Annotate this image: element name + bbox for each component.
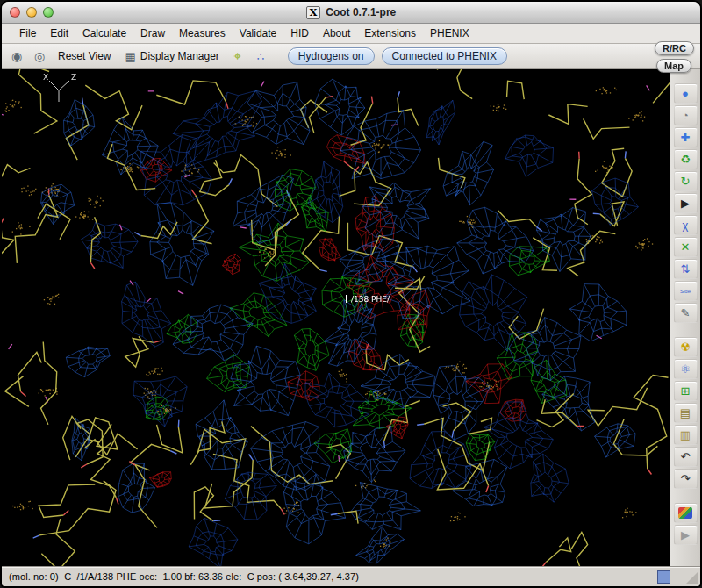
mutate-residue-icon[interactable]: ✎ [674,303,698,323]
main-area: ●◔✚♻↻▶χ✕⇅Side✎☢⚛⊞▤▥↶↷▶ [2,69,700,566]
redo-icon[interactable]: ↷ [674,469,698,489]
real-space-refine-icon[interactable]: ● [674,83,698,104]
menu-item-about[interactable]: About [316,25,357,41]
add-terminal-residue-icon: ⊞ [681,385,691,397]
add-terminal-residue-icon[interactable]: ⊞ [674,381,698,401]
delete-atom-icon[interactable]: ⚛ [674,359,698,379]
display-manager-icon: ▦ [125,50,135,63]
title-bar[interactable]: X Coot 0.7.1-pre [2,2,700,24]
window-inner: X Coot 0.7.1-pre File Edit Calculate Dra… [2,2,700,586]
rigid-body-fit-icon[interactable]: ✚ [674,127,698,147]
flip-peptide-icon[interactable]: ⇅ [674,259,698,279]
reset-view-button[interactable]: Reset View [54,48,114,64]
run-refmac-icon: ☢ [680,341,691,353]
real-space-refine-icon: ● [682,88,689,99]
torsion-general-icon: ✕ [681,241,691,253]
window-title: X Coot 0.7.1-pre [2,2,700,23]
delete-atom-icon: ⚛ [680,363,691,375]
menu-item-extensions[interactable]: Extensions [357,25,423,41]
rrc-button[interactable]: R/RC [655,41,694,55]
menu-item-calculate[interactable]: Calculate [75,25,133,41]
main-toolbar: ◉ ◎ Reset View ▦ Display Manager ⌖ ∴ Hyd… [2,44,700,69]
modelling-toolbar: ●◔✚♻↻▶χ✕⇅Side✎☢⚛⊞▤▥↶↷▶ [670,69,700,566]
place-atom-icon: ▤ [680,407,691,419]
toolbar-expand-icon[interactable]: ▶ [674,525,698,545]
menu-item-draw[interactable]: Draw [133,25,172,41]
regularize-zone-icon: ◔ [682,110,689,121]
menu-item-measures[interactable]: Measures [172,25,233,41]
menu-bar: File Edit Calculate Draw Measures Valida… [2,24,700,44]
status-bar: (mol. no: 0) C /1/A/138 PHE occ: 1.00 bf… [2,566,700,586]
clear-pending-icon[interactable]: ▥ [674,425,698,445]
undo-icon: ↶ [681,451,691,463]
toolbar-expand-icon: ▶ [681,529,690,541]
auto-fit-rotamer-icon: ↻ [681,176,691,187]
menu-item-file[interactable]: File [12,25,43,41]
coot-window: X Coot 0.7.1-pre File Edit Calculate Dra… [0,0,702,588]
display-manager-label: Display Manager [140,50,219,62]
regularize-zone-icon[interactable]: ◔ [674,105,698,125]
display-control-icon [678,507,692,519]
status-indicator [657,570,670,584]
side-chain-180-icon[interactable]: Side [674,281,698,301]
rotamers-icon: ▶ [681,197,690,209]
undo-icon[interactable]: ↶ [674,447,698,467]
toolbar-circle-icon-2[interactable]: ◎ [32,49,47,63]
display-control-icon[interactable] [674,503,698,523]
side-chain-180-icon: Side [680,289,691,294]
torsion-general-icon[interactable]: ✕ [674,237,698,257]
redo-icon: ↷ [681,473,691,484]
toolbar-circle-icon-1[interactable]: ◉ [9,49,25,63]
rotate-translate-icon: ♻ [680,154,691,165]
auto-fit-rotamer-icon[interactable]: ↻ [674,171,698,191]
hydrogens-toggle-button[interactable]: Hydrogens on [288,47,375,65]
zoom-window-button[interactable] [43,7,54,18]
mutate-residue-icon: ✎ [681,307,691,319]
resize-grip[interactable] [686,572,698,584]
place-atom-icon[interactable]: ▤ [674,403,698,423]
window-title-text: Coot 0.7.1-pre [326,6,396,18]
display-manager-button[interactable]: ▦ Display Manager [121,48,222,65]
run-refmac-icon[interactable]: ☢ [674,337,698,357]
menu-item-validate[interactable]: Validate [233,25,283,41]
clear-pending-icon: ▥ [680,429,691,441]
map-button[interactable]: Map [656,59,691,73]
go-to-atom-icon[interactable]: ∴ [253,50,269,63]
menu-item-edit[interactable]: Edit [43,25,75,41]
minimize-window-button[interactable] [26,7,37,18]
rotate-translate-icon[interactable]: ♻ [674,149,698,169]
traffic-lights [10,7,54,18]
menu-item-phenix[interactable]: PHENIX [423,25,476,41]
status-text: (mol. no: 0) C /1/A/138 PHE occ: 1.00 bf… [9,571,359,582]
close-window-button[interactable] [10,7,20,18]
ligand-key-icon[interactable]: ⌖ [230,48,246,64]
rigid-body-fit-icon: ✚ [681,132,691,143]
edit-chi-angles-icon[interactable]: χ [674,215,698,235]
edit-chi-angles-icon: χ [683,219,689,231]
rotamers-icon[interactable]: ▶ [674,193,698,213]
3d-viewport[interactable] [2,69,670,570]
flip-peptide-icon: ⇅ [681,263,691,275]
x11-logo-icon: X [306,6,321,19]
menu-item-hid[interactable]: HID [283,25,316,41]
phenix-connection-button[interactable]: Connected to PHENIX [382,47,507,65]
